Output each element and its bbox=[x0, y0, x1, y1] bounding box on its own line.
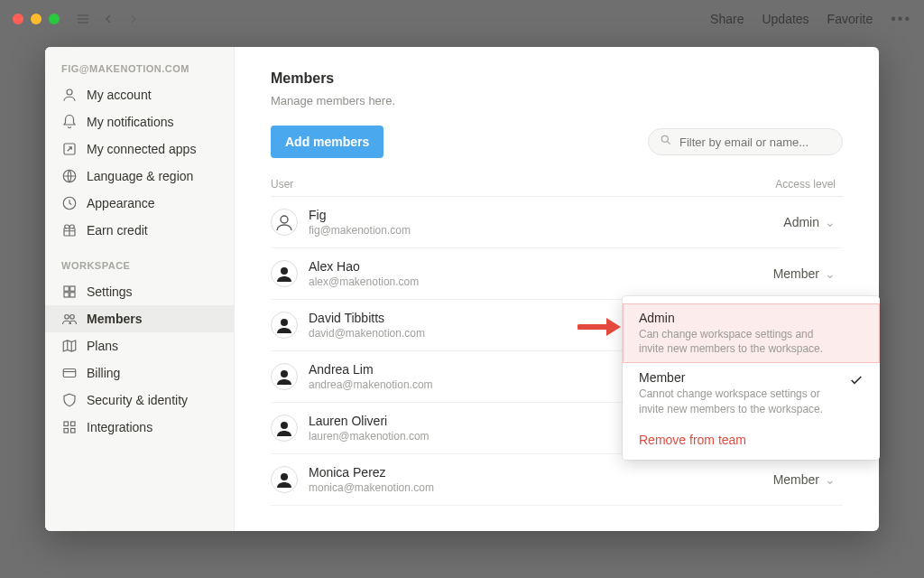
sidebar-item-label: Plans bbox=[87, 339, 118, 353]
sidebar-item-earn-credit[interactable]: Earn credit bbox=[45, 217, 234, 244]
sidebar-account-header: FIG@MAKENOTION.COM bbox=[45, 63, 234, 81]
hamburger-menu-icon[interactable] bbox=[72, 8, 94, 30]
people-icon bbox=[61, 311, 78, 327]
sidebar-item-my-account[interactable]: My account bbox=[45, 81, 234, 108]
check-icon bbox=[849, 373, 864, 391]
background-toolbar: Share Updates Favorite ••• bbox=[0, 0, 924, 38]
window-controls bbox=[13, 14, 60, 24]
filter-input[interactable] bbox=[679, 135, 831, 149]
member-email: andrea@makenotion.com bbox=[309, 378, 433, 391]
chevron-down-icon: ⌄ bbox=[825, 266, 836, 281]
member-email: david@makenotion.com bbox=[309, 327, 425, 340]
close-window-button[interactable] bbox=[13, 14, 23, 24]
account-avatar-icon bbox=[61, 87, 78, 103]
svg-rect-14 bbox=[63, 369, 76, 378]
member-email: lauren@makenotion.com bbox=[309, 430, 430, 443]
svg-marker-28 bbox=[606, 318, 621, 336]
sidebar-item-connected-apps[interactable]: My connected apps bbox=[45, 135, 234, 163]
access-label: Member bbox=[773, 266, 819, 281]
svg-point-3 bbox=[67, 89, 72, 95]
table-row: Fig fig@makenotion.com Admin ⌄ bbox=[271, 197, 843, 248]
sidebar-item-label: Settings bbox=[87, 284, 133, 299]
shield-icon bbox=[61, 392, 78, 408]
share-link[interactable]: Share bbox=[710, 12, 744, 26]
avatar bbox=[271, 363, 298, 390]
avatar bbox=[271, 312, 298, 339]
access-level-popover: Admin Can change workspace settings and … bbox=[623, 296, 880, 460]
sidebar-item-label: My notifications bbox=[87, 115, 173, 129]
sidebar-item-billing[interactable]: Billing bbox=[45, 359, 234, 387]
svg-rect-17 bbox=[64, 429, 69, 434]
sidebar-item-label: Language & region bbox=[87, 169, 193, 183]
minimize-window-button[interactable] bbox=[31, 14, 42, 24]
more-icon[interactable]: ••• bbox=[891, 11, 911, 27]
add-members-button[interactable]: Add members bbox=[271, 126, 383, 158]
sidebar-workspace-header: WORKSPACE bbox=[45, 260, 234, 278]
table-row: Alex Hao alex@makenotion.com Member ⌄ bbox=[271, 248, 843, 300]
access-level-dropdown[interactable]: Member ⌄ bbox=[773, 472, 843, 487]
svg-point-23 bbox=[281, 319, 288, 326]
updates-link[interactable]: Updates bbox=[762, 12, 808, 26]
svg-point-24 bbox=[281, 370, 288, 378]
clock-icon bbox=[61, 195, 78, 211]
chevron-down-icon: ⌄ bbox=[825, 472, 836, 487]
svg-point-13 bbox=[70, 315, 75, 320]
page-title: Members bbox=[271, 70, 843, 87]
member-email: alex@makenotion.com bbox=[309, 275, 419, 288]
search-icon bbox=[660, 134, 672, 150]
access-label: Member bbox=[773, 472, 819, 487]
sidebar-item-label: Appearance bbox=[87, 196, 155, 210]
external-link-icon bbox=[61, 141, 78, 157]
popover-option-desc: Cannot change workspace settings or invi… bbox=[639, 387, 840, 415]
popover-option-admin[interactable]: Admin Can change workspace settings and … bbox=[623, 303, 880, 363]
credit-card-icon bbox=[61, 365, 78, 381]
svg-point-22 bbox=[281, 267, 288, 275]
annotation-arrow-icon bbox=[578, 314, 621, 343]
gift-icon bbox=[61, 222, 78, 238]
sidebar-item-security[interactable]: Security & identity bbox=[45, 387, 234, 414]
back-icon[interactable] bbox=[97, 8, 119, 30]
member-name: David Tibbitts bbox=[309, 311, 425, 325]
popover-option-member[interactable]: Member Cannot change workspace settings … bbox=[623, 363, 880, 423]
sidebar-item-plans[interactable]: Plans bbox=[45, 332, 234, 359]
access-level-dropdown[interactable]: Admin ⌄ bbox=[783, 215, 843, 229]
svg-rect-8 bbox=[64, 286, 69, 291]
svg-rect-15 bbox=[64, 422, 69, 426]
sidebar-item-label: My account bbox=[87, 88, 152, 102]
popover-option-title: Member bbox=[639, 370, 840, 385]
svg-rect-10 bbox=[64, 293, 69, 297]
members-table-header: User Access level bbox=[271, 178, 843, 197]
bell-icon bbox=[61, 114, 78, 130]
member-email: fig@makenotion.com bbox=[309, 224, 411, 237]
grid-icon bbox=[61, 419, 78, 435]
sidebar-item-members[interactable]: Members bbox=[45, 305, 234, 332]
controls-row: Add members bbox=[271, 126, 843, 158]
sidebar-item-settings[interactable]: Settings bbox=[45, 278, 234, 305]
favorite-link[interactable]: Favorite bbox=[827, 12, 873, 26]
popover-remove-from-team[interactable]: Remove from team bbox=[623, 424, 880, 452]
access-label: Admin bbox=[783, 215, 819, 229]
sidebar-item-integrations[interactable]: Integrations bbox=[45, 414, 234, 441]
access-level-dropdown[interactable]: Member ⌄ bbox=[773, 266, 843, 281]
avatar bbox=[271, 209, 298, 236]
settings-icon bbox=[61, 284, 78, 300]
sidebar-item-language-region[interactable]: Language & region bbox=[45, 163, 234, 190]
forward-icon[interactable] bbox=[123, 8, 144, 30]
avatar bbox=[271, 415, 298, 442]
filter-search[interactable] bbox=[648, 128, 843, 155]
svg-point-25 bbox=[281, 422, 288, 429]
member-name: Lauren Oliveri bbox=[309, 414, 430, 428]
avatar bbox=[271, 260, 298, 287]
sidebar-item-appearance[interactable]: Appearance bbox=[45, 190, 234, 217]
sidebar-item-label: Members bbox=[87, 312, 142, 326]
sidebar-item-label: Earn credit bbox=[87, 223, 148, 238]
globe-icon bbox=[61, 168, 78, 184]
member-name: Fig bbox=[309, 208, 411, 222]
maximize-window-button[interactable] bbox=[49, 14, 60, 24]
svg-point-21 bbox=[281, 216, 288, 223]
map-icon bbox=[61, 338, 78, 354]
sidebar-item-label: Security & identity bbox=[87, 393, 188, 407]
svg-point-19 bbox=[661, 135, 668, 142]
chevron-down-icon: ⌄ bbox=[825, 215, 836, 229]
sidebar-item-notifications[interactable]: My notifications bbox=[45, 108, 234, 135]
